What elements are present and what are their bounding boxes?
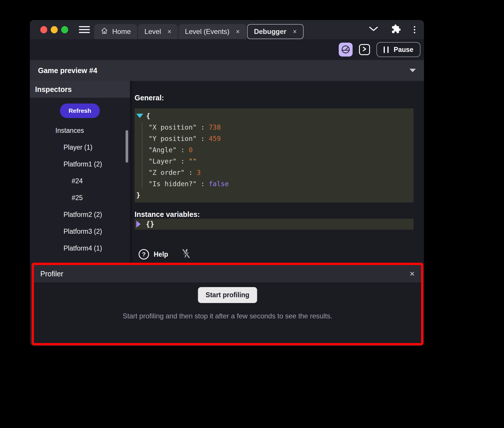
tree-item-platform4[interactable]: Platform4 (1)	[30, 240, 130, 257]
property-value: 3	[197, 169, 201, 176]
instance-variables-viewer: {}	[135, 219, 414, 230]
tree-item-instances[interactable]: Instances	[30, 122, 130, 139]
property-row: "Z order" : 3	[135, 167, 414, 178]
chevron-right-icon	[361, 46, 368, 54]
question-circle-icon: ?	[139, 249, 149, 260]
general-json-viewer: { "X position" : 738 "Y position" : 459 …	[135, 108, 414, 202]
close-icon[interactable]: ×	[409, 269, 415, 278]
tab-label: Home	[112, 28, 131, 36]
window-minimize-button[interactable]	[51, 26, 58, 33]
property-row: "Is hidden?" : false	[135, 178, 414, 189]
profiler-title: Profiler	[40, 270, 63, 278]
instance-variables-label: Instance variables:	[135, 210, 200, 219]
tree-item-25[interactable]: #25	[30, 189, 130, 206]
console-button[interactable]	[359, 44, 370, 55]
pause-icon	[384, 46, 389, 53]
profiler-toggle-button[interactable]	[339, 43, 353, 57]
close-icon[interactable]: ×	[167, 28, 171, 35]
game-preview-label: Game preview #4	[38, 66, 97, 75]
property-row: "X position" : 738	[135, 121, 414, 133]
general-label: General:	[135, 94, 164, 102]
tab-label: Debugger	[254, 28, 287, 36]
tab-label: Level (Events)	[185, 28, 229, 36]
property-value: 459	[209, 135, 221, 142]
tab-home[interactable]: Home	[94, 24, 137, 39]
property-value: 0	[188, 146, 193, 154]
tab-bar: Home Level × Level (Events) × Debugger ×	[30, 20, 424, 39]
main-menu-icon[interactable]	[79, 26, 90, 33]
profiler-description: Start profiling and then stop it after a…	[34, 312, 421, 320]
collapse-triangle-icon[interactable]	[136, 114, 143, 118]
titlebar-actions	[369, 20, 415, 39]
tree-item-platform1[interactable]: Platform1 (2)	[30, 156, 130, 173]
close-brace: }	[136, 191, 140, 199]
screen: Home Level × Level (Events) × Debugger ×	[0, 0, 504, 428]
property-value: false	[209, 180, 229, 188]
property-row: "Layer" : ""	[135, 155, 414, 167]
inspector-footer: ? Help	[139, 248, 191, 261]
instance-variables-value: {}	[146, 220, 154, 228]
close-icon[interactable]: ×	[236, 28, 240, 35]
tree-item-player[interactable]: Player (1)	[30, 139, 130, 156]
flash-off-icon	[182, 248, 191, 260]
inspectors-sidebar: Inspectors Refresh Instances Player (1) …	[30, 81, 130, 263]
profiler-body: Start profiling Start profiling and then…	[34, 282, 421, 343]
traffic-lights	[40, 26, 68, 33]
chevron-down-icon[interactable]	[369, 26, 378, 33]
sidebar-scrollbar[interactable]	[126, 130, 128, 163]
chevron-down-icon	[409, 69, 416, 72]
debugger-content: Inspectors Refresh Instances Player (1) …	[30, 81, 424, 263]
start-profiling-button[interactable]: Start profiling	[198, 287, 257, 303]
help-label: Help	[154, 251, 168, 258]
open-brace: {	[146, 112, 150, 120]
inspectors-header: Inspectors	[30, 81, 130, 98]
instances-tree: Instances Player (1) Platform1 (2) #24 #…	[30, 122, 130, 257]
property-value: ""	[188, 157, 197, 165]
inspector-panel: General: { "X position" : 738 "Y positio…	[132, 81, 424, 263]
help-button[interactable]: ? Help	[139, 249, 168, 260]
tree-item-platform2[interactable]: Platform2 (2)	[30, 206, 130, 223]
overflow-menu-icon[interactable]	[414, 26, 415, 33]
tab-debugger[interactable]: Debugger ×	[247, 24, 304, 39]
pause-button[interactable]: Pause	[376, 42, 420, 57]
profiler-header: Profiler ×	[34, 265, 421, 282]
debugger-toolbar: Pause	[30, 39, 424, 60]
home-icon	[101, 27, 108, 36]
pause-label: Pause	[394, 46, 414, 54]
property-row: "Angle" : 0	[135, 144, 414, 155]
app-window: Home Level × Level (Events) × Debugger ×	[30, 20, 424, 346]
tab-level-events[interactable]: Level (Events) ×	[179, 24, 246, 39]
tree-item-platform3[interactable]: Platform3 (2)	[30, 223, 130, 240]
expand-triangle-icon[interactable]	[136, 221, 141, 228]
tab-strip: Home Level × Level (Events) × Debugger ×	[94, 24, 304, 39]
property-value: 738	[209, 124, 221, 131]
profiler-panel: Profiler × Start profiling Start profili…	[32, 263, 423, 345]
refresh-button[interactable]: Refresh	[60, 104, 99, 118]
tab-label: Level	[144, 28, 161, 36]
tab-level[interactable]: Level ×	[138, 24, 178, 39]
gauge-icon	[341, 44, 350, 55]
extensions-puzzle-icon[interactable]	[391, 24, 401, 35]
tree-item-24[interactable]: #24	[30, 173, 130, 189]
close-icon[interactable]: ×	[293, 28, 297, 35]
auto-refresh-off-button[interactable]	[182, 248, 191, 260]
property-row: "Y position" : 459	[135, 133, 414, 144]
game-preview-selector[interactable]: Game preview #4	[30, 60, 424, 81]
window-close-button[interactable]	[40, 26, 47, 33]
panel-divider	[130, 81, 132, 263]
window-zoom-button[interactable]	[61, 26, 68, 33]
